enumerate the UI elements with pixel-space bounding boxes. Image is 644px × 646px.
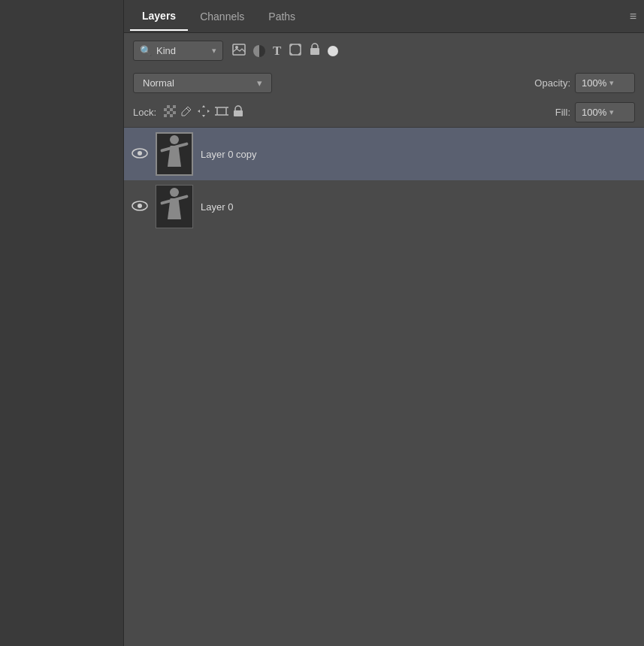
visibility-icon[interactable] xyxy=(132,199,148,215)
adjustment-filter-icon[interactable] xyxy=(253,45,265,57)
opacity-label: Opacity: xyxy=(534,77,570,89)
opacity-section: Opacity: 100% ▾ xyxy=(534,73,635,93)
lock-brush-icon[interactable] xyxy=(180,105,192,119)
filter-icons: T xyxy=(232,43,338,59)
left-sidebar xyxy=(0,0,124,646)
blend-mode-chevron-icon: ▾ xyxy=(257,77,262,89)
layers-list: Layer 0 copy Layer 0 xyxy=(124,128,644,646)
layers-panel: Layers Channels Paths ≡ 🔍 Kind ▾ T xyxy=(124,0,644,646)
fill-value: 100% xyxy=(582,107,606,118)
filter-row: 🔍 Kind ▾ T xyxy=(124,33,644,68)
lock-label: Lock: xyxy=(133,107,156,118)
tab-bar: Layers Channels Paths ≡ xyxy=(124,0,644,33)
shape-filter-icon[interactable] xyxy=(289,43,302,59)
lock-artboard-icon[interactable] xyxy=(215,105,228,119)
svg-point-12 xyxy=(138,151,142,155)
fill-dropdown[interactable]: 100% ▾ xyxy=(575,102,635,122)
svg-rect-2 xyxy=(290,44,301,55)
lock-position-icon[interactable] xyxy=(197,104,210,120)
image-filter-icon[interactable] xyxy=(232,44,246,59)
blend-opacity-row: Normal ▾ Opacity: 100% ▾ xyxy=(124,68,644,98)
svg-rect-10 xyxy=(234,110,243,116)
fill-label: Fill: xyxy=(555,107,570,118)
tab-paths[interactable]: Paths xyxy=(256,3,307,30)
lock-all-icon[interactable] xyxy=(233,105,243,119)
layer-name: Layer 0 xyxy=(201,201,233,213)
svg-point-14 xyxy=(138,204,142,208)
thumb-head xyxy=(170,135,179,144)
fill-section: Fill: 100% ▾ xyxy=(555,102,635,122)
kind-chevron-icon: ▾ xyxy=(212,46,216,56)
search-icon: 🔍 xyxy=(140,45,152,56)
layer-name: Layer 0 copy xyxy=(201,149,256,160)
thumb-figure xyxy=(163,188,186,225)
opacity-value: 100% xyxy=(582,77,606,89)
visibility-icon[interactable] xyxy=(132,146,148,162)
tab-channels[interactable]: Channels xyxy=(188,3,256,30)
smart-filter-icon[interactable] xyxy=(310,43,320,59)
kind-dropdown[interactable]: 🔍 Kind ▾ xyxy=(133,41,223,61)
text-filter-icon[interactable]: T xyxy=(273,44,281,59)
tab-layers[interactable]: Layers xyxy=(130,2,188,31)
lock-row: Lock: xyxy=(124,98,644,128)
fill-chevron-icon: ▾ xyxy=(609,107,614,117)
opacity-chevron-icon: ▾ xyxy=(609,78,614,88)
blend-mode-value: Normal xyxy=(143,77,174,89)
thumb-figure xyxy=(163,135,186,173)
layer-item[interactable]: Layer 0 xyxy=(124,180,644,233)
layer-item[interactable]: Layer 0 copy xyxy=(124,128,644,180)
panel-menu-icon[interactable]: ≡ xyxy=(630,10,636,23)
layer-thumbnail xyxy=(156,185,193,228)
layer-thumbnail xyxy=(156,132,193,176)
lock-pixels-icon[interactable] xyxy=(164,105,176,120)
svg-rect-5 xyxy=(217,107,226,115)
toggle-filter-icon[interactable] xyxy=(328,46,338,56)
thumb-head xyxy=(170,188,179,197)
blend-mode-dropdown[interactable]: Normal ▾ xyxy=(133,73,272,93)
svg-line-4 xyxy=(186,108,189,111)
kind-label: Kind xyxy=(156,45,176,56)
svg-rect-3 xyxy=(310,48,319,55)
opacity-dropdown[interactable]: 100% ▾ xyxy=(575,73,635,93)
